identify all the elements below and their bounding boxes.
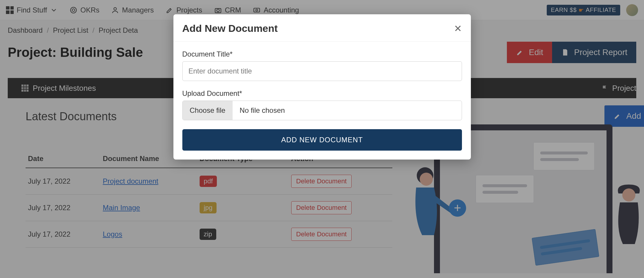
modal-title: Add New Document: [182, 23, 278, 34]
close-icon[interactable]: ✕: [454, 24, 462, 33]
add-document-modal: Add New Document ✕ Document Title* Uploa…: [173, 14, 471, 160]
file-input-row: Choose file No file chosen: [182, 101, 462, 120]
document-title-input[interactable]: [182, 61, 462, 81]
upload-label: Upload Document*: [182, 89, 462, 98]
modal-overlay[interactable]: Add New Document ✕ Document Title* Uploa…: [0, 0, 644, 278]
file-status-text: No file chosen: [233, 101, 292, 120]
doc-title-label: Document Title*: [182, 50, 462, 58]
choose-file-button[interactable]: Choose file: [183, 101, 233, 120]
submit-add-document-button[interactable]: ADD NEW DOCUMENT: [182, 129, 462, 151]
